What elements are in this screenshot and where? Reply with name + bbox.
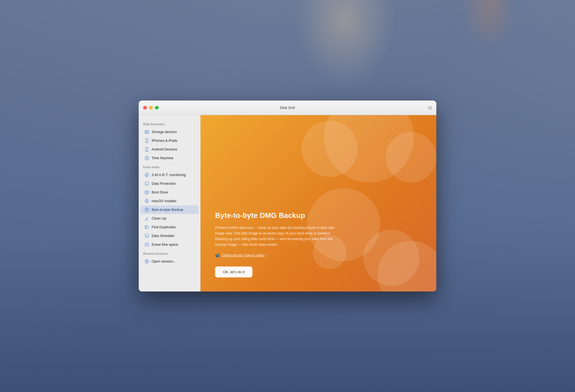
traffic-lights — [143, 106, 159, 110]
macos-installer-icon — [144, 199, 149, 204]
svg-rect-2 — [145, 132, 148, 133]
sidebar-item-label-erase-free-space: Erase free space — [152, 243, 178, 247]
sidebar-item-android-devices[interactable]: Android Devices — [140, 145, 199, 154]
sidebar-item-label-smart-monitoring: S.M.A.R.T. monitoring — [152, 173, 186, 177]
sidebar-item-iphones-ipads[interactable]: iPhones & iPads — [140, 136, 199, 145]
video-link-arrow: › — [266, 253, 267, 257]
main-description: Prevent further data loss — back up your… — [215, 225, 339, 247]
sidebar-item-label-boot-drive: Boot Drive — [152, 190, 168, 194]
svg-rect-1 — [145, 131, 148, 132]
sidebar-item-label-time-machine: Time Machine — [152, 156, 174, 160]
sidebar-item-time-machine[interactable]: Time Machine — [140, 154, 199, 162]
view-toggle-icon[interactable]: ⊟ — [428, 105, 432, 110]
byte-to-byte-backup-icon — [144, 207, 149, 212]
sidebar-item-label-storage-devices: Storage devices — [152, 130, 177, 134]
svg-point-6 — [147, 151, 147, 151]
sidebar-item-label-open-session: Open session... — [152, 259, 176, 263]
open-session-icon — [144, 259, 149, 264]
erase-free-space-icon — [144, 242, 149, 247]
sidebar: Data Recovery Storage devices — [139, 115, 200, 291]
deco-circle-3 — [386, 132, 436, 183]
main-content: Byte-to-byte DMG Backup Prevent further … — [215, 211, 339, 277]
svg-rect-13 — [146, 226, 149, 229]
video-link-text: Check out our how-to video — [222, 253, 264, 257]
content-area: Data Recovery Storage devices — [139, 115, 436, 291]
sidebar-section-label-extra-tools: Extra tools — [139, 163, 200, 170]
sidebar-item-label-iphones-ipads: iPhones & iPads — [152, 139, 177, 143]
svg-rect-0 — [145, 131, 149, 133]
storage-devices-icon — [144, 129, 149, 135]
video-icon: 📹 — [215, 253, 220, 257]
minimize-button[interactable] — [149, 106, 153, 110]
main-title: Byte-to-byte DMG Backup — [215, 211, 339, 220]
svg-point-4 — [147, 142, 147, 142]
sidebar-item-clean-up[interactable]: Clean Up — [140, 214, 199, 223]
sidebar-item-macos-installer[interactable]: macOS Installer — [140, 197, 199, 205]
sidebar-item-label-data-shredder: Data Shredder — [152, 234, 174, 238]
sidebar-item-label-macos-installer: macOS Installer — [152, 199, 177, 203]
sidebar-item-label-clean-up: Clean Up — [152, 216, 166, 220]
sidebar-item-data-protection[interactable]: Data Protection — [140, 179, 199, 188]
svg-point-8 — [145, 173, 149, 177]
find-duplicates-icon — [144, 225, 149, 230]
sidebar-item-smart-monitoring[interactable]: S.M.A.R.T. monitoring — [140, 171, 199, 179]
sidebar-item-data-shredder[interactable]: Data Shredder — [140, 232, 199, 240]
clean-up-icon — [144, 216, 149, 221]
titlebar-controls: ⊟ — [428, 105, 432, 110]
close-button[interactable] — [143, 106, 147, 110]
smart-monitoring-icon — [144, 172, 149, 177]
main-area: Byte-to-byte DMG Backup Prevent further … — [200, 115, 436, 291]
cta-button[interactable]: OK, let's do it — [215, 266, 252, 277]
window-title: Disk Drill — [280, 106, 295, 110]
app-window: Disk Drill ⊟ Data Recovery Storage devic… — [139, 101, 436, 291]
sidebar-section-label-recent-sessions: Recent sessions — [139, 249, 200, 257]
svg-rect-14 — [145, 234, 149, 237]
sidebar-item-label-byte-to-byte-backup: Byte-to-byte Backup — [152, 208, 183, 212]
sidebar-item-label-data-protection: Data Protection — [152, 182, 176, 186]
maximize-button[interactable] — [155, 106, 159, 110]
sidebar-item-erase-free-space[interactable]: Erase free space — [140, 240, 199, 249]
video-link[interactable]: 📹 Check out our how-to video › — [215, 253, 339, 257]
data-shredder-icon — [144, 233, 149, 238]
boot-drive-icon — [144, 190, 149, 195]
sidebar-item-storage-devices[interactable]: Storage devices — [140, 128, 199, 136]
sidebar-item-label-android-devices: Android Devices — [152, 147, 177, 151]
sidebar-item-byte-to-byte-backup[interactable]: Byte-to-byte Backup — [140, 206, 199, 214]
sidebar-section-label-data-recovery: Data Recovery — [139, 120, 200, 127]
android-devices-icon — [144, 147, 149, 152]
sidebar-item-find-duplicates[interactable]: Find Duplicates — [140, 223, 199, 231]
time-machine-icon — [144, 156, 149, 161]
sidebar-item-boot-drive[interactable]: Boot Drive — [140, 188, 199, 197]
data-protection-icon — [144, 181, 149, 186]
sidebar-item-open-session[interactable]: Open session... — [140, 257, 199, 266]
deco-circle-2 — [302, 121, 358, 177]
titlebar: Disk Drill ⊟ — [139, 101, 436, 115]
svg-point-11 — [145, 208, 149, 212]
iphones-ipads-icon — [144, 138, 149, 143]
sidebar-item-label-find-duplicates: Find Duplicates — [152, 225, 176, 229]
